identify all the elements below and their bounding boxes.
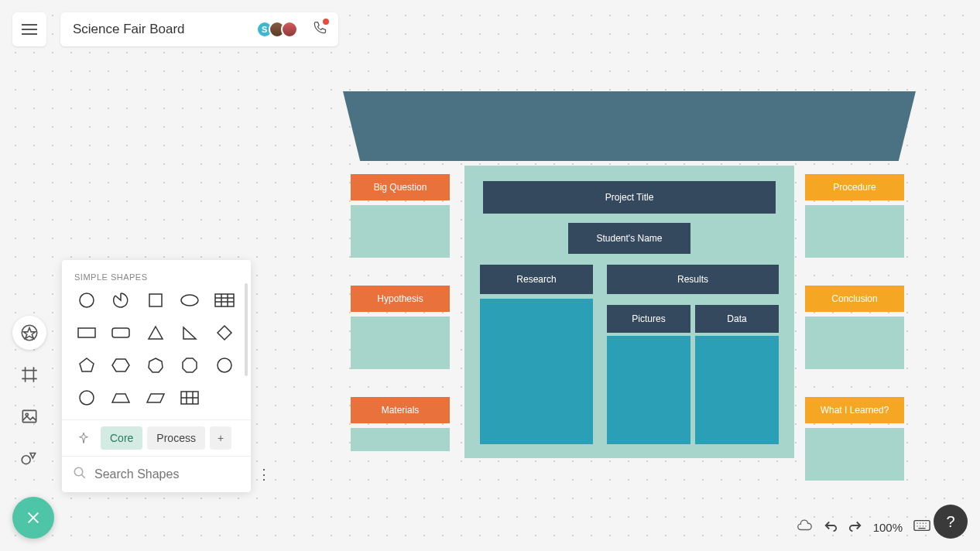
block-body[interactable] bbox=[351, 317, 450, 369]
cloud-icon bbox=[796, 518, 813, 532]
image-tool-button[interactable] bbox=[12, 399, 46, 433]
pictures-header[interactable]: Pictures bbox=[607, 305, 690, 333]
collaborator-avatars[interactable]: S bbox=[256, 21, 298, 38]
tab-process[interactable]: Process bbox=[147, 426, 205, 450]
shape-heptagon[interactable] bbox=[143, 354, 168, 376]
board-right-column: Procedure Conclusion What I Learned? bbox=[805, 174, 904, 508]
svg-rect-1 bbox=[22, 410, 36, 422]
undo-icon bbox=[824, 519, 838, 532]
block-header: Hypothesis bbox=[351, 286, 450, 312]
shape-circle[interactable] bbox=[74, 289, 99, 311]
section-label: SIMPLE SHAPES bbox=[62, 272, 251, 289]
svg-point-6 bbox=[181, 295, 198, 306]
shape-octagon[interactable] bbox=[177, 354, 202, 376]
star-shape-icon bbox=[19, 323, 39, 343]
shape-pentagon[interactable] bbox=[74, 354, 99, 376]
shape-diamond[interactable] bbox=[212, 322, 237, 344]
shape-grid[interactable] bbox=[177, 387, 202, 409]
block-header: Conclusion bbox=[805, 286, 904, 312]
add-tab-button[interactable]: + bbox=[210, 426, 231, 450]
svg-point-13 bbox=[74, 467, 83, 476]
block-materials[interactable]: Materials bbox=[351, 397, 450, 451]
svg-point-3 bbox=[22, 456, 30, 464]
undo-button[interactable] bbox=[824, 519, 838, 535]
cloud-sync-button[interactable] bbox=[796, 518, 813, 536]
call-button[interactable] bbox=[312, 20, 327, 39]
search-row: ⋮ bbox=[62, 456, 251, 492]
project-title-block[interactable]: Project Title bbox=[483, 181, 776, 214]
search-icon bbox=[73, 466, 87, 483]
zoom-level[interactable]: 100% bbox=[873, 521, 903, 534]
shape-table[interactable] bbox=[212, 289, 237, 311]
shape-trapezoid[interactable] bbox=[108, 387, 133, 409]
board-left-column: Big Question Hypothesis Materials bbox=[351, 174, 450, 479]
svg-rect-8 bbox=[78, 328, 95, 337]
more-options-button[interactable]: ⋮ bbox=[257, 466, 270, 483]
board-title[interactable]: Science Fair Board bbox=[73, 22, 185, 37]
board-center-panel[interactable]: Project Title Student's Name Research Re… bbox=[464, 166, 794, 458]
pin-icon bbox=[77, 432, 90, 444]
shape-rounded-rect[interactable] bbox=[108, 322, 133, 344]
block-procedure[interactable]: Procedure bbox=[805, 174, 904, 258]
block-body[interactable] bbox=[805, 428, 904, 481]
shape-nonagon[interactable] bbox=[212, 354, 237, 376]
svg-point-11 bbox=[80, 391, 94, 405]
notification-dot bbox=[323, 19, 329, 25]
shape-triangle[interactable] bbox=[143, 322, 168, 344]
help-button[interactable]: ? bbox=[934, 505, 968, 539]
shapes-combo-icon bbox=[19, 448, 39, 468]
avatar[interactable] bbox=[281, 21, 298, 38]
data-body[interactable] bbox=[695, 336, 779, 444]
shapes-panel: SIMPLE SHAPES Core Process + ⋮ bbox=[62, 260, 251, 492]
shape-ellipse[interactable] bbox=[177, 289, 202, 311]
shape-right-triangle[interactable] bbox=[177, 322, 202, 344]
image-icon bbox=[19, 406, 39, 426]
hamburger-menu-button[interactable] bbox=[12, 12, 46, 46]
block-big-question[interactable]: Big Question bbox=[351, 174, 450, 258]
svg-rect-9 bbox=[112, 328, 129, 337]
block-learned[interactable]: What I Learned? bbox=[805, 397, 904, 481]
block-body[interactable] bbox=[351, 428, 450, 451]
block-header: What I Learned? bbox=[805, 397, 904, 423]
tab-core[interactable]: Core bbox=[101, 426, 142, 450]
research-body[interactable] bbox=[480, 299, 593, 444]
data-header[interactable]: Data bbox=[695, 305, 779, 333]
vector-tool-button[interactable] bbox=[12, 441, 46, 475]
block-hypothesis[interactable]: Hypothesis bbox=[351, 286, 450, 369]
block-body[interactable] bbox=[351, 205, 450, 258]
keyboard-button[interactable] bbox=[913, 519, 930, 535]
scrollbar[interactable] bbox=[245, 283, 248, 376]
research-header[interactable]: Research bbox=[480, 265, 593, 294]
shape-category-tabs: Core Process + bbox=[62, 419, 251, 456]
pictures-body[interactable] bbox=[607, 336, 690, 444]
redo-button[interactable] bbox=[848, 519, 862, 535]
redo-icon bbox=[848, 519, 862, 532]
block-header: Materials bbox=[351, 397, 450, 423]
shape-decagon[interactable] bbox=[74, 387, 99, 409]
shape-hexagon[interactable] bbox=[108, 354, 133, 376]
shapes-tool-button[interactable] bbox=[12, 316, 46, 350]
keyboard-icon bbox=[913, 519, 930, 532]
shape-grid bbox=[62, 289, 251, 419]
frame-tool-button[interactable] bbox=[12, 358, 46, 392]
block-header: Procedure bbox=[805, 174, 904, 200]
pin-button[interactable] bbox=[71, 426, 96, 450]
svg-point-10 bbox=[218, 358, 231, 372]
board-banner[interactable] bbox=[343, 91, 916, 161]
block-body[interactable] bbox=[805, 317, 904, 369]
search-input[interactable] bbox=[94, 467, 249, 481]
block-conclusion[interactable]: Conclusion bbox=[805, 286, 904, 369]
svg-rect-14 bbox=[914, 521, 930, 531]
shape-rectangle[interactable] bbox=[74, 322, 99, 344]
results-header[interactable]: Results bbox=[607, 265, 779, 294]
svg-rect-7 bbox=[215, 294, 234, 306]
close-panel-button[interactable] bbox=[12, 497, 54, 539]
shape-parallelogram[interactable] bbox=[143, 387, 168, 409]
view-controls: 100% bbox=[796, 518, 930, 536]
student-name-block[interactable]: Student's Name bbox=[568, 223, 690, 254]
shape-pie[interactable] bbox=[108, 289, 133, 311]
block-header: Big Question bbox=[351, 174, 450, 200]
block-body[interactable] bbox=[805, 205, 904, 258]
shape-square[interactable] bbox=[143, 289, 168, 311]
tool-rail bbox=[12, 316, 46, 475]
